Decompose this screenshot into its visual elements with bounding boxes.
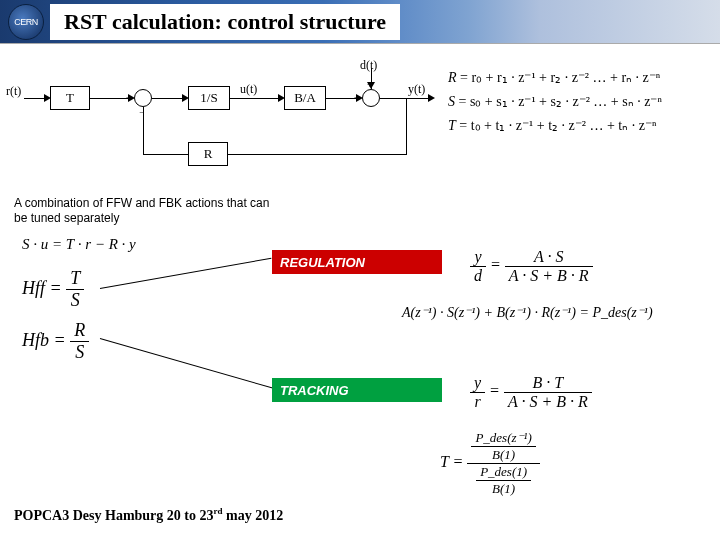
footer-pre: POPCA3 Desy Hamburg 20 to 23: [14, 508, 214, 523]
eq-T-nd: B(1): [471, 447, 535, 463]
footer: POPCA3 Desy Hamburg 20 to 23rd may 2012: [14, 506, 283, 524]
eq-T-dn: P_des(1): [476, 464, 531, 481]
def-S-rhs: = s₀ + s₁ · z⁻¹ + s₂ · z⁻² … + sₙ · z⁻ⁿ: [459, 94, 662, 109]
eq-hff-num: T: [66, 268, 84, 290]
eq-yd: yd = A · SA · S + B · R: [470, 248, 593, 285]
signal-d: d(t): [360, 58, 377, 73]
def-S-lhs: S: [448, 94, 455, 109]
footer-post: may 2012: [223, 508, 284, 523]
sum-2: ++: [362, 89, 380, 107]
signal-r: r(t): [6, 84, 21, 99]
eq-yd-lhs-num: y: [470, 248, 486, 267]
block-B-over-A: B/A: [284, 86, 326, 110]
eq-hff-lhs: Hff =: [22, 278, 62, 298]
eq-hfb-num: R: [70, 320, 89, 342]
eq-yd-rhs-num: A · S: [505, 248, 593, 267]
eq-hfb-lhs: Hfb =: [22, 330, 66, 350]
eq-hff: Hff = TS: [22, 268, 84, 311]
block-T: T: [50, 86, 90, 110]
sum-1: +−: [134, 89, 152, 107]
eq-yr-lhs-num: y: [470, 374, 485, 393]
def-R-lhs: R: [448, 70, 457, 85]
def-T-rhs: = t₀ + t₁ · z⁻¹ + t₂ · z⁻² … + tₙ · z⁻ⁿ: [459, 118, 656, 133]
eq-yr-lhs-den: r: [470, 393, 485, 411]
eq-char-poly: A(z⁻¹) · S(z⁻¹) + B(z⁻¹) · R(z⁻¹) = P_de…: [402, 304, 653, 321]
eq-T: T = P_des(z⁻¹)B(1) P_des(1)B(1): [440, 430, 540, 497]
block-R: R: [188, 142, 228, 166]
eq-yd-lhs-den: d: [470, 267, 486, 285]
connector-line-1: [100, 258, 272, 289]
eq-yr-rhs-den: A · S + B · R: [504, 393, 592, 411]
eq-yd-rhs-den: A · S + B · R: [505, 267, 593, 285]
block-1-over-S: 1/S: [188, 86, 230, 110]
cern-logo: CERN: [8, 4, 44, 40]
signal-u: u(t): [240, 82, 257, 97]
regulation-label: REGULATION: [272, 250, 442, 274]
title-band: RST calculation: control structure: [50, 4, 400, 40]
tracking-label: TRACKING: [272, 378, 442, 402]
eq-hff-den: S: [66, 290, 84, 311]
polynomial-defs: R = r₀ + r₁ · z⁻¹ + r₂ · z⁻² … + rₙ · z⁻…: [448, 66, 710, 137]
eq-yr-rhs-num: B · T: [504, 374, 592, 393]
eq-T-lhs: T =: [440, 453, 463, 470]
eq-T-nn: P_des(z⁻¹): [471, 430, 535, 447]
eq-su: S · u = T · r − R · y: [22, 236, 136, 253]
def-R-rhs: = r₀ + r₁ · z⁻¹ + r₂ · z⁻² … + rₙ · z⁻ⁿ: [460, 70, 660, 85]
signal-y: y(t): [408, 82, 425, 97]
eq-hfb: Hfb = RS: [22, 320, 89, 363]
page-title: RST calculation: control structure: [64, 9, 386, 35]
caption: A combination of FFW and FBK actions tha…: [14, 196, 284, 226]
connector-line-2: [100, 338, 279, 390]
eq-hfb-den: S: [70, 342, 89, 363]
eq-yr: yr = B · TA · S + B · R: [470, 374, 592, 411]
footer-sup: rd: [214, 506, 223, 516]
eq-T-dd: B(1): [476, 481, 531, 497]
block-diagram: r(t) T +− 1/S u(t) B/A ++ d(t) y(t) R: [10, 64, 440, 184]
def-T-lhs: T: [448, 118, 456, 133]
